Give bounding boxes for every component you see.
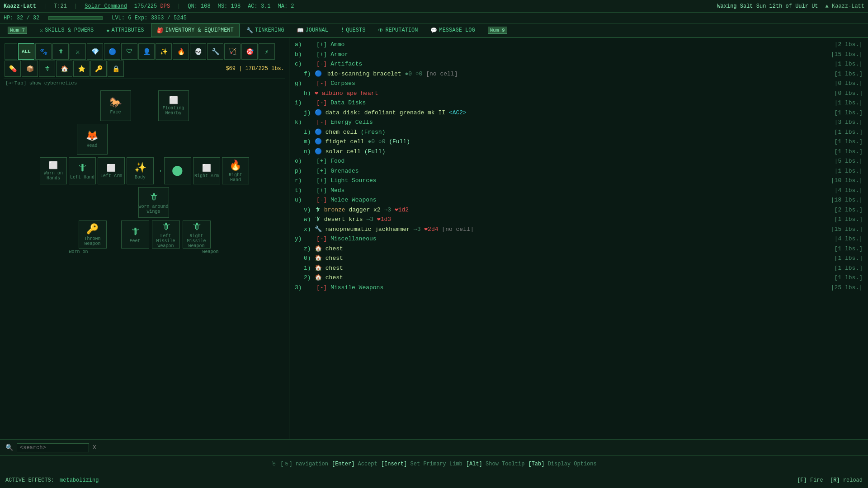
category-icon-2[interactable]: 🗡 — [52, 43, 69, 60]
tab-message-log[interactable]: 💬 MESSAGE LOG — [425, 23, 481, 37]
inv-item-fidget-cell[interactable]: m) 🔵 fidget cell ●0 ○0 (Full) [1 lbs.] — [295, 137, 863, 147]
category-icon-15[interactable]: 💊 — [5, 61, 21, 77]
inv-item-food[interactable]: o) [+] Food |5 lbs.| — [295, 156, 863, 166]
inv-item-melee-weapons[interactable]: u) [-] Melee Weapons |18 lbs.| — [295, 195, 863, 205]
enter-help-label: [Enter] Accept — [332, 461, 377, 467]
inv-item-energy-cells[interactable]: k) [-] Energy Cells |3 lbs.| — [295, 117, 863, 127]
category-icon-20[interactable]: 🔑 — [90, 61, 107, 77]
category-icon-21[interactable]: 🔒 — [108, 61, 124, 77]
inv-item-chest-1[interactable]: 1) 🏠 chest [1 lbs.] — [295, 263, 863, 273]
inv-item-ammo[interactable]: a) [+] Ammo |2 lbs.| — [295, 40, 863, 50]
reputation-icon: 👁 — [378, 27, 383, 34]
category-icon-12[interactable]: 🏹 — [224, 43, 241, 60]
category-icon-3[interactable]: ⚔ — [70, 43, 86, 60]
category-icon-1[interactable]: 🐾 — [35, 43, 52, 60]
inv-item-solar-cell[interactable]: n) 🔵 solar cell (Full) [1 lbs.] — [295, 147, 863, 157]
category-icon-16[interactable]: 📦 — [22, 61, 38, 77]
inv-item-armor[interactable]: b) [+] Armor |15 lbs.| — [295, 50, 863, 60]
inv-item-chem-cell[interactable]: l) 🔵 chem cell (Fresh) [1 lbs.] — [295, 127, 863, 137]
tab-tinkering[interactable]: 🔧 TINKERING — [241, 23, 290, 37]
slot-head[interactable]: 🦊 Head — [77, 124, 108, 155]
category-icon-9[interactable]: 🔥 — [173, 43, 189, 60]
category-icon-6[interactable]: 🛡 — [121, 43, 137, 60]
time-display: T:21 — [54, 3, 67, 9]
inv-item-chest-2[interactable]: 2) 🏠 chest [1 lbs.] — [295, 273, 863, 283]
inv-item-misc[interactable]: y) [-] Miscellaneous |4 lbs.| — [295, 234, 863, 244]
category-icon-11[interactable]: 🔧 — [207, 43, 223, 60]
inv-item-bracelet[interactable]: f) 🔵 bio-scanning bracelet ●0 ○0 [no cel… — [295, 69, 863, 79]
tab-quests[interactable]: ! QUESTS — [335, 23, 371, 37]
inv-item-chest-0[interactable]: 0) 🏠 chest [1 lbs.] — [295, 253, 863, 263]
chest-2-icon: 🏠 — [315, 274, 322, 281]
slot-floating-nearby[interactable]: ⬜ FloatingNearby — [158, 90, 189, 121]
right-missile-label: Right MissileWeapon — [183, 234, 210, 249]
category-icon-4[interactable]: 💎 — [87, 43, 103, 60]
worn-hands-icon: ⬜ — [49, 161, 58, 170]
date-display: Waxing Salt Sun 12th of Uulr Ut — [717, 3, 818, 9]
status-command[interactable]: Solar Command — [85, 3, 127, 9]
slot-face[interactable]: 🐎 Face — [100, 90, 131, 121]
inv-item-meds[interactable]: t) [+] Meds |4 lbs.| — [295, 186, 863, 196]
inv-item-corpses[interactable]: g) [-] Corpses |0 lbs.| — [295, 79, 863, 89]
category-icon-5[interactable]: 🔵 — [104, 43, 120, 60]
inv-item-light-sources[interactable]: r) [+] Light Sources |10 lbs.| — [295, 176, 863, 186]
dagger-icon: 🗡 — [315, 206, 321, 213]
tab-skills[interactable]: ⚔ SKILLS & POWERS — [34, 23, 99, 37]
inv-item-ape-heart[interactable]: h) ❤ albino ape heart [0 lbs.] — [295, 89, 863, 99]
slot-left-arm[interactable]: ⬜ Left Arm — [98, 157, 125, 184]
tab-inventory[interactable]: 🎒 INVENTORY & EQUIPMENT — [151, 23, 240, 37]
body-overlay-icon: ⬤ — [172, 164, 183, 177]
slot-body[interactable]: ✨ Body — [127, 157, 154, 184]
slot-worn-wings[interactable]: 🗡 Worn aroundWings — [138, 187, 169, 218]
inv-item-missile-weapons[interactable]: 3) [-] Missile Weapons |25 lbs.| — [295, 283, 863, 293]
category-icon-19[interactable]: ⭐ — [73, 61, 90, 77]
inv-item-grenades[interactable]: p) [+] Grenades |1 lbs.| — [295, 166, 863, 176]
inv-item-artifacts[interactable]: c) [-] Artifacts |1 lbs.| — [295, 59, 863, 69]
game-btn[interactable]: ▲ Kaazz-Latt — [826, 3, 864, 9]
right-hand-label: Right Hand — [222, 173, 249, 183]
inventory-panel[interactable]: a) [+] Ammo |2 lbs.| b) [+] Armor |15 lb… — [289, 38, 868, 439]
slot-feet[interactable]: 🗡 Feet — [121, 221, 149, 249]
category-icon-blank[interactable] — [5, 43, 17, 60]
slot-right-missile[interactable]: 🗡 Right MissileWeapon — [183, 221, 211, 249]
inv-item-datadisks[interactable]: i) [-] Data Disks |1 lbs.| — [295, 98, 863, 108]
slot-left-missile[interactable]: 🗡 Left MissileWeapon — [152, 221, 180, 249]
slot-thrown-weapon[interactable]: 🔑 ThrownWeapon — [79, 221, 107, 249]
tab-journal[interactable]: 📖 JOURNAL — [291, 23, 334, 37]
inv-item-bronze-dagger[interactable]: v) 🗡 bronze dagger x2 →3 ❤1d2 [2 lbs.] — [295, 205, 863, 215]
inv-item-chest-z[interactable]: z) 🏠 chest [1 lbs.] — [295, 244, 863, 254]
slot-left-hand[interactable]: 🗡 Left Hand — [69, 157, 96, 184]
tab-num9[interactable]: Num 9 — [482, 23, 513, 37]
bracelet-dot-icon: 🔵 — [315, 70, 322, 77]
category-icon-13[interactable]: 🎯 — [241, 43, 258, 60]
inv-item-desert-kris[interactable]: w) 🗡 desert kris →3 ❤1d3 [1 lbs.] — [295, 215, 863, 225]
slot-body-overlay[interactable]: ⬤ — [164, 157, 191, 184]
cybernetics-hint[interactable]: [⇥+Tab] show cybernetics — [4, 79, 285, 87]
inv-item-jackhammer[interactable]: x) 🔧 nanopneumatic jackhammer →3 ❤2d4 [n… — [295, 225, 863, 235]
worn-hands-label: Worn onHands — [44, 171, 63, 181]
disk-icon: 🔵 — [315, 109, 322, 116]
char-name[interactable]: Kaazz-Latt — [4, 3, 36, 9]
tab-attributes[interactable]: ★ ATTRIBUTES — [100, 23, 150, 37]
category-all-button[interactable]: ALL — [18, 43, 34, 60]
qn-val: QN: 108 — [188, 3, 210, 9]
tab-reputation[interactable]: 👁 REPUTATION — [372, 23, 424, 37]
category-icon-14[interactable]: ⚡ — [259, 43, 275, 60]
search-input[interactable] — [17, 443, 89, 452]
search-clear-button[interactable]: X — [93, 444, 96, 451]
category-icon-8[interactable]: ✨ — [156, 43, 172, 60]
worn-on-label: Worn on — [65, 249, 93, 254]
tab-num7[interactable]: Num 7 — [2, 23, 33, 37]
category-icon-7[interactable]: 👤 — [138, 43, 155, 60]
category-icon-17[interactable]: 🗡 — [39, 61, 55, 77]
category-icon-18[interactable]: 🏠 — [56, 61, 72, 77]
num7-badge: Num 7 — [8, 27, 27, 34]
category-icon-10[interactable]: 💀 — [190, 43, 206, 60]
slot-right-hand[interactable]: 🔥 Right Hand — [222, 157, 249, 184]
left-hand-label: Left Hand — [70, 175, 94, 180]
category-icon-row: ALL 🐾 🗡 ⚔ 💎 🔵 🛡 👤 ✨ 🔥 💀 🔧 🏹 🎯 ⚡ 💊 📦 🗡 🏠 … — [4, 42, 285, 79]
search-magnifier-icon: 🔍 — [5, 444, 13, 451]
slot-worn-on-hands[interactable]: ⬜ Worn onHands — [40, 157, 67, 184]
slot-right-arm[interactable]: ⬜ Right Arm — [193, 157, 220, 184]
inv-item-datadisk[interactable]: j) 🔵 data disk: defoliant grenade mk II … — [295, 108, 863, 118]
